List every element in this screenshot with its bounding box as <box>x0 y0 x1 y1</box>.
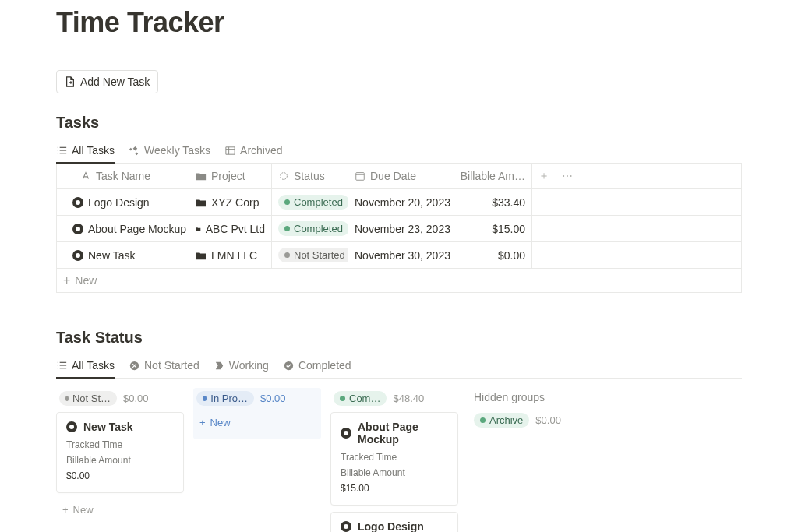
col-label: Status <box>294 170 325 182</box>
col-status[interactable]: Status <box>272 164 348 188</box>
board-column: Not St… $0.00 New Task Tracked TimeBilla… <box>56 388 184 520</box>
task-status-icon <box>341 521 351 532</box>
status-tabs: All Tasks Not Started Working Completed <box>56 354 742 379</box>
card-line: Tracked Time <box>66 439 174 450</box>
billable-amount: $33.40 <box>454 189 532 215</box>
hidden-groups: Hidden groups Archive $0.00 <box>468 388 608 431</box>
status-tab-completed[interactable]: Completed <box>283 354 351 378</box>
column-header: Not St… $0.00 <box>56 388 184 412</box>
task-status-icon <box>341 428 351 439</box>
column-status-pill: In Pro… <box>196 391 254 406</box>
task-status-icon <box>72 250 83 261</box>
list-icon <box>56 145 68 157</box>
col-project[interactable]: Project <box>189 164 272 188</box>
card-line: Billable Amount <box>66 455 174 466</box>
folder-icon <box>196 251 207 260</box>
status-tab-all[interactable]: All Tasks <box>56 354 115 378</box>
svg-point-0 <box>281 173 288 180</box>
card-line: Tracked Time <box>341 452 448 463</box>
add-new-task-label: Add New Task <box>80 76 150 88</box>
status-pill: Completed <box>278 195 348 210</box>
column-amount: $0.00 <box>123 393 149 404</box>
col-label: Due Date <box>370 170 416 182</box>
hidden-amount: $0.00 <box>535 414 561 426</box>
tab-label: Archived <box>240 144 282 157</box>
col-billable[interactable]: Billable Am… <box>454 164 532 188</box>
text-icon <box>80 171 91 181</box>
tab-all-tasks[interactable]: All Tasks <box>56 139 115 163</box>
project-name: ABC Pvt Ltd <box>206 223 265 235</box>
card-line: $15.00 <box>341 483 448 494</box>
card-title-text: About Page Mockup <box>358 421 448 446</box>
task-status-icon <box>72 197 83 208</box>
table-row[interactable]: Logo Design XYZ Corp Completed November … <box>57 189 741 216</box>
col-label: Billable Am… <box>461 170 525 182</box>
column-header: Com… $48.40 <box>330 388 458 412</box>
billable-amount: $15.00 <box>454 216 532 241</box>
task-name: New Task <box>88 249 135 262</box>
calendar-icon <box>355 171 365 181</box>
x-circle-icon <box>129 360 140 372</box>
table-row[interactable]: About Page Mockup ABC Pvt Ltd Completed … <box>57 216 741 242</box>
card-line: $0.00 <box>66 470 174 481</box>
new-task-row-button[interactable]: + New <box>57 269 741 292</box>
billable-amount: $0.00 <box>454 242 532 268</box>
tab-label: Weekly Tasks <box>144 144 210 157</box>
board-card[interactable]: Logo Design Tracked Time <box>330 512 458 532</box>
table-icon <box>224 145 236 157</box>
board-column: In Pro… $0.00 + New <box>193 388 321 439</box>
col-label: Project <box>211 170 245 182</box>
page-title: Time Tracker <box>56 6 742 39</box>
folder-icon <box>196 224 201 234</box>
hidden-groups-title: Hidden groups <box>474 391 602 403</box>
tasks-tabs: All Tasks Weekly Tasks Archived <box>56 139 742 164</box>
task-status-heading: Task Status <box>56 329 742 347</box>
table-header: Task Name Project Status Due Date Billab… <box>57 164 741 189</box>
status-pill: Not Started <box>278 248 348 262</box>
sparkle-icon <box>129 145 140 157</box>
card-title-text: New Task <box>83 421 133 433</box>
plus-icon: + <box>63 273 70 287</box>
tasks-heading: Tasks <box>56 114 742 132</box>
page-add-icon <box>65 76 76 87</box>
table-row[interactable]: New Task LMN LLC Not Started November 30… <box>57 242 741 269</box>
folder-icon <box>196 198 207 207</box>
add-card-button[interactable]: + New <box>56 499 184 520</box>
board-column: Com… $48.40 About Page Mockup Tracked Ti… <box>330 388 458 532</box>
tab-label: All Tasks <box>72 144 115 157</box>
tab-label: Not Started <box>144 359 200 372</box>
card-title-text: Logo Design <box>358 520 424 532</box>
due-date: November 20, 2023 <box>348 189 454 215</box>
col-actions: ＋ ⋯ <box>532 164 741 188</box>
column-amount: $0.00 <box>260 393 286 404</box>
add-new-task-button[interactable]: Add New Task <box>56 70 158 93</box>
board-card[interactable]: About Page Mockup Tracked TimeBillable A… <box>330 412 458 506</box>
plus-icon: + <box>62 504 69 516</box>
status-tab-working[interactable]: Working <box>214 354 269 378</box>
task-name: Logo Design <box>88 196 150 209</box>
project-name: XYZ Corp <box>211 196 259 209</box>
project-name: LMN LLC <box>211 249 257 262</box>
col-label: Task Name <box>96 170 150 182</box>
tab-weekly-tasks[interactable]: Weekly Tasks <box>129 139 210 163</box>
svg-rect-1 <box>356 173 365 181</box>
col-task-name[interactable]: Task Name <box>57 164 189 188</box>
status-board: Not St… $0.00 New Task Tracked TimeBilla… <box>56 388 742 532</box>
add-card-button[interactable]: + New <box>193 412 321 433</box>
status-icon <box>278 171 289 181</box>
hidden-group-row[interactable]: Archive $0.00 <box>474 413 602 428</box>
add-column-button[interactable]: ＋ <box>538 169 549 183</box>
archive-pill: Archive <box>474 413 529 428</box>
column-header: In Pro… $0.00 <box>193 388 321 412</box>
more-icon[interactable]: ⋯ <box>562 170 573 182</box>
relation-icon <box>196 171 207 181</box>
plus-icon: + <box>200 417 206 428</box>
card-line: Billable Amount <box>341 467 448 478</box>
task-status-icon <box>66 421 77 432</box>
task-name: About Page Mockup <box>88 223 186 235</box>
col-due-date[interactable]: Due Date <box>348 164 454 188</box>
tab-archived[interactable]: Archived <box>224 139 282 163</box>
status-tab-notstarted[interactable]: Not Started <box>129 354 200 378</box>
column-status-pill: Com… <box>334 391 387 406</box>
board-card[interactable]: New Task Tracked TimeBillable Amount$0.0… <box>56 412 184 493</box>
